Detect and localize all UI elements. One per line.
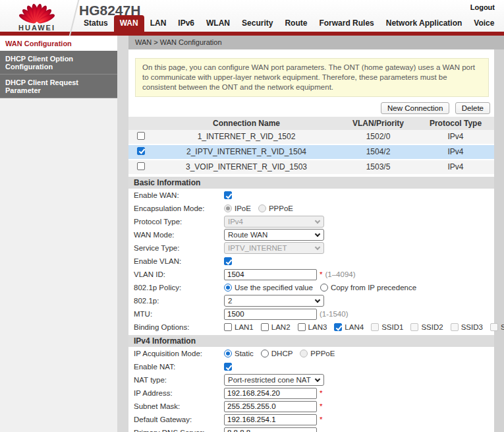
- checkbox-label: LAN3: [308, 323, 327, 331]
- form-row-vlan-id: VLAN ID: *(1–4094): [128, 268, 494, 281]
- dhcp-radio[interactable]: [261, 350, 269, 357]
- content-area: On this page, you can configure WAN port…: [128, 49, 494, 432]
- radio-label: PPPoE: [310, 350, 335, 357]
- specified-value-radio[interactable]: [224, 284, 232, 292]
- primary-dns-input[interactable]: [224, 427, 317, 432]
- sidebar-item-dhcp-client-option-configuration[interactable]: DHCP Client Option Configuration: [0, 51, 117, 75]
- select-value: Port-restricted cone NAT: [228, 376, 311, 384]
- chevron-down-icon: [315, 245, 320, 250]
- ipoe-radio[interactable]: [224, 204, 232, 212]
- tab-ipv6[interactable]: IPv6: [172, 15, 200, 32]
- tab-system-tools[interactable]: System Tools: [500, 15, 504, 32]
- tab-lan[interactable]: LAN: [144, 15, 173, 32]
- breadcrumb: WAN > WAN Configuration: [128, 36, 504, 49]
- tab-status[interactable]: Status: [78, 15, 114, 32]
- field-label: 802.1p Policy:: [134, 284, 224, 292]
- table-row[interactable]: 1_INTERNET_R_VID_1502 1502/0 IPv4: [128, 130, 494, 144]
- protocol-type-header: Protocol Type: [417, 117, 494, 130]
- pppoe-radio[interactable]: [258, 204, 266, 212]
- enable-nat-checkbox[interactable]: [224, 363, 232, 371]
- row-checkbox[interactable]: [137, 132, 145, 140]
- lan4-checkbox[interactable]: [334, 323, 342, 331]
- default-gateway-input[interactable]: [224, 414, 317, 425]
- lan2-checkbox[interactable]: [261, 323, 269, 331]
- ssid4-checkbox[interactable]: [490, 323, 498, 331]
- field-label: IP Acquisition Mode:: [134, 350, 224, 357]
- tab-forward-rules[interactable]: Forward Rules: [313, 15, 379, 32]
- required-mark: *: [320, 389, 322, 397]
- 8021p-select[interactable]: 2: [224, 295, 324, 307]
- form-row-binding-options: Binding Options: LAN1 LAN2 LAN3 LAN4 SSI…: [128, 321, 494, 334]
- required-mark: *: [320, 402, 322, 410]
- section-ipv4-information: IPv4 Information: [128, 335, 494, 347]
- form-row-enable-wan: Enable WAN:: [128, 189, 494, 202]
- tab-security[interactable]: Security: [236, 15, 279, 32]
- tab-voice[interactable]: Voice: [468, 15, 500, 32]
- form-row-service-type: Service Type: IPTV_INTERNET: [128, 242, 494, 255]
- wan-mode-select[interactable]: Route WAN: [224, 229, 324, 241]
- checkbox-label: LAN1: [235, 323, 254, 331]
- select-value: IPv4: [228, 218, 243, 226]
- enable-vlan-checkbox[interactable]: [224, 257, 232, 265]
- table-row[interactable]: 3_VOIP_INTERNET_R_VID_1503 1503/5 IPv4: [128, 160, 494, 175]
- connection-name: 2_IPTV_INTERNET_R_VID_1504: [154, 144, 339, 160]
- header: HUAWEI HG8247H Logout Status WAN LAN IPv…: [0, 0, 504, 32]
- checkbox-label: SSID1: [381, 323, 403, 331]
- form-row-enable-nat: Enable NAT:: [128, 361, 494, 373]
- lan1-checkbox[interactable]: [224, 323, 232, 331]
- subnet-mask-input[interactable]: [224, 401, 317, 412]
- row-checkbox[interactable]: [137, 147, 145, 155]
- radio-label: IPoE: [235, 204, 251, 212]
- pppoe-acquisition-radio[interactable]: [300, 350, 308, 357]
- protocol-type: IPv4: [417, 144, 494, 160]
- ssid3-checkbox[interactable]: [451, 323, 459, 331]
- select-value: IPTV_INTERNET: [228, 244, 287, 252]
- ip-address-input[interactable]: [224, 388, 317, 399]
- radio-label: Static: [235, 350, 254, 357]
- range-hint: (1–4094): [325, 270, 355, 278]
- form-row-default-gateway: Default Gateway: *: [128, 414, 494, 426]
- mtu-input[interactable]: [224, 309, 317, 320]
- sidebar-divider: [117, 36, 128, 432]
- nat-type-select[interactable]: Port-restricted cone NAT: [224, 374, 324, 386]
- ssid1-checkbox[interactable]: [371, 323, 379, 331]
- connections-table: Connection Name VLAN/Priority Protocol T…: [128, 117, 494, 175]
- table-row[interactable]: 2_IPTV_INTERNET_R_VID_1504 1504/2 IPv4: [128, 144, 494, 160]
- tab-network-application[interactable]: Network Application: [380, 15, 468, 32]
- sidebar-item-dhcp-client-request-parameter[interactable]: DHCP Client Request Parameter: [0, 75, 117, 98]
- form-row-primary-dns: Primary DNS Server:: [128, 427, 494, 432]
- table-header-row: Connection Name VLAN/Priority Protocol T…: [128, 117, 494, 130]
- radio-label: Use the specified value: [235, 284, 313, 292]
- static-radio[interactable]: [224, 350, 232, 357]
- chevron-down-icon: [315, 377, 320, 382]
- connection-name: 1_INTERNET_R_VID_1502: [154, 130, 339, 144]
- logout-link[interactable]: Logout: [470, 3, 495, 11]
- field-label: WAN Mode:: [134, 231, 224, 239]
- ssid2-checkbox[interactable]: [410, 323, 418, 331]
- tab-route[interactable]: Route: [279, 15, 313, 32]
- service-type-select[interactable]: IPTV_INTERNET: [224, 242, 324, 254]
- tab-wlan[interactable]: WLAN: [200, 15, 236, 32]
- row-checkbox[interactable]: [137, 162, 145, 170]
- delete-button[interactable]: Delete: [455, 102, 490, 114]
- vlan-id-input[interactable]: [224, 269, 317, 280]
- field-label: Enable WAN:: [134, 191, 224, 199]
- chevron-down-icon: [315, 218, 320, 224]
- protocol-type-select[interactable]: IPv4: [224, 216, 324, 228]
- chevron-down-icon: [315, 297, 320, 303]
- required-mark: *: [320, 270, 322, 278]
- connection-name-header: Connection Name: [154, 117, 339, 130]
- lan3-checkbox[interactable]: [298, 323, 306, 331]
- tab-wan[interactable]: WAN: [114, 15, 144, 32]
- field-label: Enable NAT:: [134, 363, 224, 371]
- checkbox-column-header: [128, 117, 154, 130]
- form-row-wan-mode: WAN Mode: Route WAN: [128, 229, 494, 241]
- form-row-8021p: 802.1p: 2: [128, 295, 494, 307]
- copy-ip-precedence-radio[interactable]: [320, 284, 328, 292]
- right-margin-strip: [494, 49, 504, 432]
- brand-text: HUAWEI: [7, 24, 67, 32]
- new-connection-button[interactable]: New Connection: [381, 102, 449, 114]
- enable-wan-checkbox[interactable]: [224, 191, 232, 199]
- table-toolbar: New Connection Delete: [128, 102, 490, 114]
- sidebar-item-wan-configuration[interactable]: WAN Configuration: [0, 36, 117, 51]
